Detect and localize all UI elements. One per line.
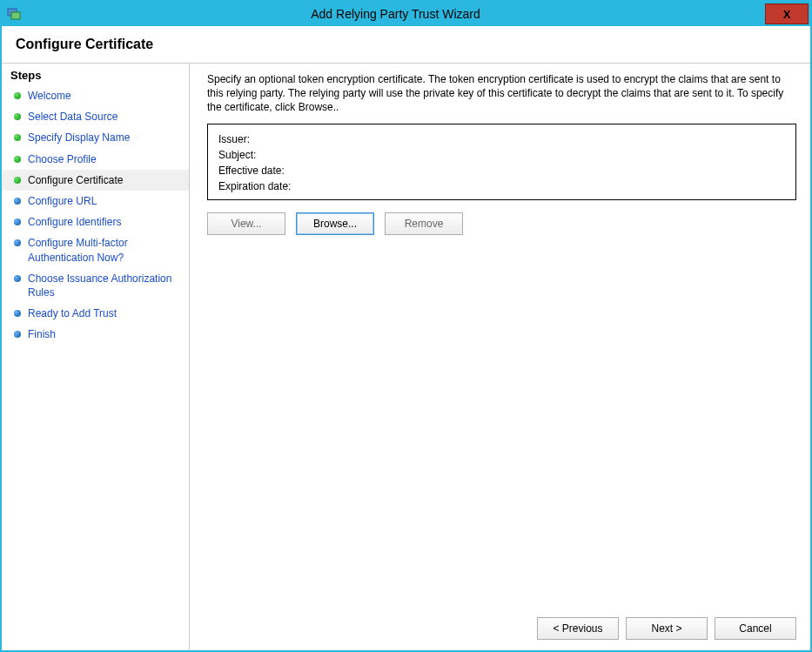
cert-issuer-label: Issuer: [218,131,785,147]
bullet-icon [14,218,21,225]
certificate-button-row: View... Browse... Remove [207,212,796,235]
wizard-window: Add Relying Party Trust Wizard X Configu… [0,0,812,652]
cert-expiration-label: Expiration date: [218,178,785,194]
titlebar: Add Relying Party Trust Wizard X [2,2,810,26]
next-button[interactable]: Next > [626,617,708,640]
step-label: Specify Display Name [28,131,130,145]
step-specify-display-name[interactable]: Specify Display Name [2,127,189,148]
step-configure-identifiers[interactable]: Configure Identifiers [2,212,189,232]
bullet-icon [14,177,21,184]
steps-heading: Steps [2,69,189,85]
page-title: Configure Certificate [16,37,796,52]
main-panel: Specify an optional token encryption cer… [190,64,810,650]
bullet-icon [14,275,21,282]
bullet-icon [14,198,21,205]
titlebar-text: Add Relying Party Trust Wizard [26,7,765,21]
bullet-icon [14,331,21,338]
step-finish[interactable]: Finish [2,324,189,345]
browse-button[interactable]: Browse... [296,212,374,235]
view-button: View... [207,212,285,235]
step-label: Configure Certificate [28,173,123,187]
cert-effective-label: Effective date: [218,163,785,178]
step-configure-certificate[interactable]: Configure Certificate [2,170,189,191]
wizard-body: Steps Welcome Select Data Source Specify… [2,63,810,650]
spacer [207,235,796,608]
step-choose-profile[interactable]: Choose Profile [2,149,189,170]
step-choose-issuance-authorization[interactable]: Choose Issuance Authorization Rules [2,268,189,303]
cert-subject-label: Subject: [218,147,785,163]
step-configure-url[interactable]: Configure URL [2,191,189,212]
page-header: Configure Certificate [2,26,810,63]
bullet-icon [14,92,21,99]
step-label: Choose Profile [28,152,97,166]
svg-rect-1 [11,12,20,19]
bullet-icon [14,113,21,120]
step-label: Configure Identifiers [28,215,121,229]
bullet-icon [14,310,21,317]
step-label: Welcome [28,89,71,103]
description-text: Specify an optional token encryption cer… [207,72,796,115]
step-label: Choose Issuance Authorization Rules [28,272,180,299]
step-label: Configure Multi-factor Authentication No… [28,236,180,264]
remove-button: Remove [385,212,463,235]
steps-sidebar: Steps Welcome Select Data Source Specify… [2,64,190,650]
bullet-icon [14,156,21,163]
step-label: Finish [28,327,56,341]
step-label: Configure URL [28,194,97,208]
app-icon [7,7,21,21]
step-configure-mfa[interactable]: Configure Multi-factor Authentication No… [2,232,189,267]
step-ready-to-add-trust[interactable]: Ready to Add Trust [2,303,189,324]
bullet-icon [14,134,21,141]
certificate-details-box: Issuer: Subject: Effective date: Expirat… [207,124,796,200]
step-label: Select Data Source [28,110,117,124]
step-label: Ready to Add Trust [28,306,117,320]
cancel-button[interactable]: Cancel [715,617,796,640]
previous-button[interactable]: < Previous [537,617,619,640]
wizard-footer: < Previous Next > Cancel [207,608,796,640]
bullet-icon [14,239,21,246]
step-welcome[interactable]: Welcome [2,85,189,106]
step-select-data-source[interactable]: Select Data Source [2,106,189,127]
close-button[interactable]: X [765,3,809,24]
